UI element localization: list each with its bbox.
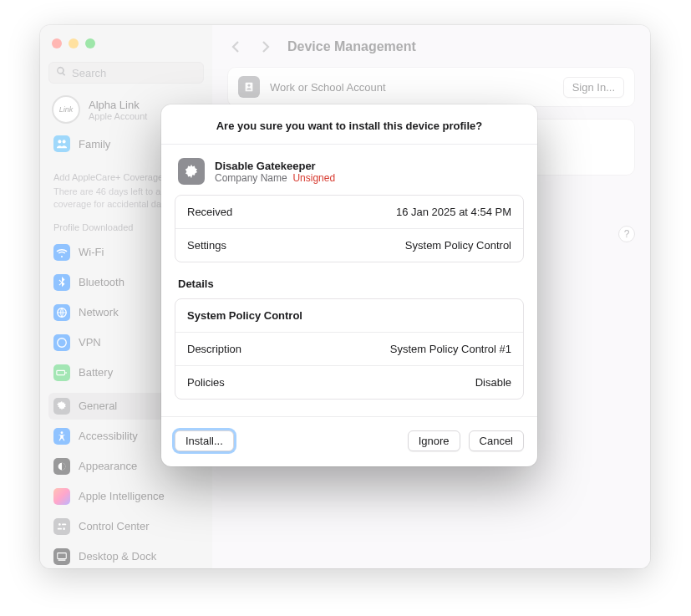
profile-details-table: System Policy Control DescriptionSystem … [175,298,524,400]
nav-forward-button[interactable] [257,38,274,55]
control-center-icon [53,518,70,535]
wifi-icon [53,244,70,261]
table-row: Received16 Jan 2025 at 4:54 PM [175,196,523,228]
avatar: Link [52,95,80,124]
nav-back-button[interactable] [227,38,244,55]
row-label: Description [187,343,241,355]
row-label: Settings [187,239,226,252]
table-row: DescriptionSystem Policy Control #1 [175,332,523,365]
profile-summary-table: Received16 Jan 2025 at 4:54 PM SettingsS… [175,195,524,262]
row-value: System Policy Control [405,239,511,252]
page-title: Device Management [287,39,416,54]
row-label: Policies [187,376,225,389]
sidebar-item-label: Network [79,306,119,318]
accessibility-icon [53,428,70,445]
table-row: PoliciesDisable [175,365,523,399]
svg-point-16 [248,84,251,87]
sign-in-button[interactable]: Sign In... [563,77,624,98]
svg-rect-12 [58,552,67,558]
close-window-button[interactable] [52,38,62,48]
minimize-window-button[interactable] [69,38,79,48]
details-heading: Details [175,262,524,298]
profile-company: Company Name [215,172,287,184]
svg-point-6 [61,431,64,434]
svg-point-10 [63,527,65,530]
svg-rect-11 [58,527,62,529]
battery-icon [53,364,70,381]
gear-icon [53,398,70,415]
svg-rect-13 [58,559,66,560]
sidebar-item-label: Control Center [79,520,150,532]
sidebar-item-label: Appearance [79,460,137,472]
sidebar-item-label: Bluetooth [79,276,124,288]
apple-intelligence-icon [53,488,70,505]
svg-point-1 [63,140,66,143]
profile-signed-status: Unsigned [292,172,335,184]
network-icon [53,304,70,321]
sidebar-item-desktop-dock[interactable]: Desktop & Dock [48,543,204,568]
sidebar-item-apple-intelligence[interactable]: Apple Intelligence [48,483,204,510]
user-name: Alpha Link [89,99,147,111]
install-profile-dialog: Are you sure you want to install this de… [161,104,537,466]
sidebar-item-control-center[interactable]: Control Center [48,513,204,540]
family-icon [53,135,70,152]
svg-point-8 [58,523,61,526]
desktop-dock-icon [53,548,70,565]
user-subtitle: Apple Account [89,111,147,121]
row-value: System Policy Control #1 [390,343,511,355]
sidebar-item-label: Battery [79,366,113,379]
table-header-row: System Policy Control [175,299,523,332]
search-icon [56,66,67,79]
row-value: Disable [475,376,511,389]
zoom-window-button[interactable] [85,38,95,48]
cancel-button[interactable]: Cancel [469,430,524,451]
svg-rect-15 [246,83,253,92]
bluetooth-icon [53,274,70,291]
svg-point-3 [58,338,67,347]
window-controls [48,33,204,59]
svg-rect-9 [62,523,66,525]
sidebar-item-label: General [79,400,117,412]
table-row: SettingsSystem Policy Control [175,228,523,262]
detail-block-title: System Policy Control [187,309,302,322]
row-label: Received [187,206,232,218]
svg-rect-4 [57,370,65,374]
ignore-button[interactable]: Ignore [408,430,460,451]
sidebar-item-label: Apple Intelligence [79,490,165,502]
search-input[interactable]: Search [48,62,204,84]
install-button[interactable]: Install... [175,430,234,451]
search-placeholder: Search [72,67,106,79]
help-button[interactable]: ? [618,226,635,242]
profile-name: Disable Gatekeeper [215,160,335,172]
work-school-account-row: Work or School Account Sign In... [227,67,635,107]
sidebar-item-label: Accessibility [79,430,138,442]
sidebar-item-label: Desktop & Dock [79,550,156,563]
svg-rect-5 [65,372,66,374]
sidebar-item-label: Family [79,138,110,150]
appearance-icon [53,458,70,475]
dialog-title: Are you sure you want to install this de… [161,104,537,145]
row-value: 16 Jan 2025 at 4:54 PM [396,206,511,218]
profile-badge-icon [238,76,260,98]
sidebar-item-label: Wi-Fi [79,246,104,258]
svg-point-0 [58,140,61,143]
account-card-title: Work or School Account [270,81,553,94]
profile-gear-icon [178,158,205,185]
sidebar-item-label: VPN [79,336,101,349]
vpn-icon [53,334,70,351]
